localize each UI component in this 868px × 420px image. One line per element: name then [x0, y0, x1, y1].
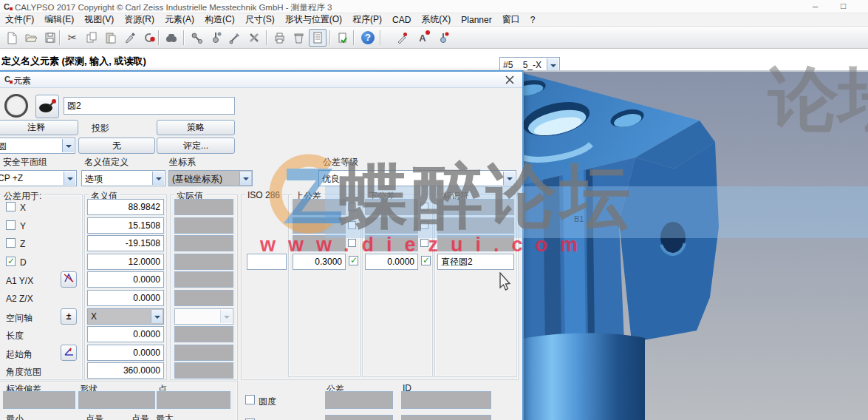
feature-name-input[interactable] — [64, 97, 235, 115]
annotation-button[interactable]: 注释 — [0, 120, 78, 135]
probe-angle-a-icon[interactable]: A — [414, 29, 431, 47]
menu-edit[interactable]: 编辑(E) — [39, 13, 79, 26]
nominal-a1-input[interactable] — [87, 271, 164, 288]
tools-icon[interactable] — [245, 29, 263, 47]
cad-viewport[interactable]: B1 — [521, 72, 868, 420]
open-file-icon[interactable] — [22, 29, 40, 47]
none-button[interactable]: 无 — [78, 138, 155, 154]
angle-range-input[interactable] — [87, 362, 164, 379]
paste-icon[interactable] — [102, 29, 120, 47]
probe-mode-button[interactable] — [35, 95, 59, 118]
lower-tol-z-checkbox[interactable] — [420, 239, 428, 247]
spatial-axis-dropdown[interactable]: X — [87, 308, 164, 325]
nominal-def-label: 名义值定义 — [84, 156, 129, 169]
maximize-button[interactable]: □ — [841, 1, 846, 11]
menu-file[interactable]: 文件(F) — [0, 13, 39, 26]
start-angle-button[interactable] — [61, 345, 77, 361]
search-binoculars-icon[interactable] — [163, 29, 180, 47]
projection-label: 投影 — [92, 122, 109, 135]
upper-tol-x-checkbox[interactable] — [348, 203, 356, 211]
probe-edit-icon[interactable] — [226, 29, 244, 47]
menu-help[interactable]: ? — [525, 15, 541, 25]
chevron-down-icon[interactable] — [64, 172, 75, 185]
upper-tol-y-checkbox[interactable] — [348, 221, 356, 229]
delete-trash-icon[interactable] — [290, 29, 307, 47]
angle-lock-button[interactable] — [61, 271, 77, 288]
roundness-checkbox[interactable] — [245, 395, 255, 404]
clearance-group-label: 安全平面组 — [3, 156, 47, 169]
derive-refresh-icon[interactable] — [140, 29, 158, 47]
tol-y-checkbox[interactable] — [6, 220, 16, 230]
tol-d-checkbox[interactable] — [6, 257, 16, 266]
lower-tol-d-input[interactable] — [365, 254, 418, 270]
toolbar-separator — [183, 30, 184, 45]
chevron-down-icon[interactable] — [503, 172, 515, 185]
new-file-icon[interactable] — [3, 29, 21, 47]
menu-program[interactable]: 程序(P) — [347, 13, 387, 26]
roundness-id-field — [401, 391, 491, 409]
format-brush-icon[interactable] — [121, 29, 139, 47]
dialog-title-bar[interactable]: C 元素 — [0, 72, 522, 88]
nominal-x-input[interactable] — [87, 199, 164, 215]
chevron-down-icon[interactable] — [62, 139, 74, 152]
save-icon[interactable] — [41, 29, 59, 47]
strategy-button[interactable]: 策略 — [157, 120, 235, 135]
clearance-group-dropdown[interactable]: CP +Z — [0, 170, 77, 186]
lower-tol-d-checkbox[interactable] — [421, 256, 431, 265]
probe-qualify-icon[interactable] — [207, 29, 225, 47]
menu-window[interactable]: 窗口 — [497, 13, 525, 26]
row-a1-label: A1 Y/X — [6, 276, 33, 286]
coord-system-dropdown[interactable]: (基础坐标系) — [168, 170, 253, 186]
nominal-z-input[interactable] — [87, 235, 164, 251]
nominal-a2-input[interactable] — [87, 290, 164, 306]
tol-z-checkbox[interactable] — [6, 238, 16, 248]
print-icon[interactable] — [270, 29, 288, 47]
probe-position-icon[interactable] — [434, 29, 452, 47]
chevron-down-icon[interactable] — [239, 172, 251, 185]
dialog-logo-dot-icon — [10, 81, 13, 84]
chevron-down-icon[interactable] — [151, 310, 163, 323]
help-icon[interactable]: ? — [359, 29, 377, 47]
menu-view[interactable]: 视图(V) — [79, 13, 119, 26]
row-x-label: X — [20, 203, 26, 213]
feature-type-dropdown[interactable]: 圆 — [0, 138, 75, 154]
nominal-y-input[interactable] — [87, 217, 164, 234]
max-label: 最大 — [156, 413, 174, 420]
menu-planner[interactable]: Planner — [456, 15, 496, 25]
length-input[interactable] — [87, 326, 164, 342]
approve-lock-icon[interactable] — [334, 29, 352, 47]
lower-tol-x-checkbox[interactable] — [420, 203, 428, 211]
roundness-label: 圆度 — [259, 396, 276, 408]
probe-hand-icon[interactable] — [393, 29, 411, 47]
minimize-button[interactable]: – — [813, 1, 818, 12]
protocol-icon[interactable] — [309, 29, 327, 47]
iso286-input[interactable] — [247, 254, 287, 270]
start-angle-input[interactable] — [87, 345, 164, 361]
copy-icon[interactable] — [83, 29, 100, 47]
menu-system[interactable]: 系统(X) — [416, 13, 456, 26]
tol-x-checkbox[interactable] — [6, 202, 16, 211]
evaluate-button[interactable]: 评定... — [157, 138, 235, 154]
menu-size[interactable]: 尺寸(S) — [240, 13, 280, 26]
upper-tol-z-checkbox[interactable] — [348, 239, 356, 247]
menu-cad[interactable]: CAD — [387, 15, 416, 25]
chevron-down-icon[interactable] — [152, 172, 164, 185]
cut-icon[interactable]: ✂ — [64, 29, 81, 47]
menu-form-location[interactable]: 形状与位置(O) — [280, 13, 347, 26]
close-icon[interactable] — [505, 75, 515, 85]
dialog-title: 元素 — [13, 75, 31, 87]
nominal-def-dropdown[interactable]: 选项 — [81, 170, 165, 186]
upper-tol-d-input[interactable] — [293, 254, 346, 270]
tolerance-grade-dropdown[interactable]: 优良 — [318, 170, 516, 186]
actual-angle-range-field — [174, 362, 233, 379]
probe-change-icon[interactable] — [188, 29, 205, 47]
nominal-d-input[interactable] — [87, 254, 164, 270]
actual-axis-dropdown[interactable] — [174, 308, 233, 325]
upper-tol-d-checkbox[interactable] — [349, 256, 358, 265]
menu-features[interactable]: 元素(A) — [160, 13, 199, 26]
menu-construction[interactable]: 构造(C) — [199, 13, 240, 26]
identifier-d-input[interactable] — [437, 254, 514, 270]
lower-tol-y-checkbox[interactable] — [420, 221, 428, 229]
plus-minus-button[interactable]: ± — [61, 308, 77, 325]
menu-resources[interactable]: 资源(R) — [119, 13, 160, 26]
